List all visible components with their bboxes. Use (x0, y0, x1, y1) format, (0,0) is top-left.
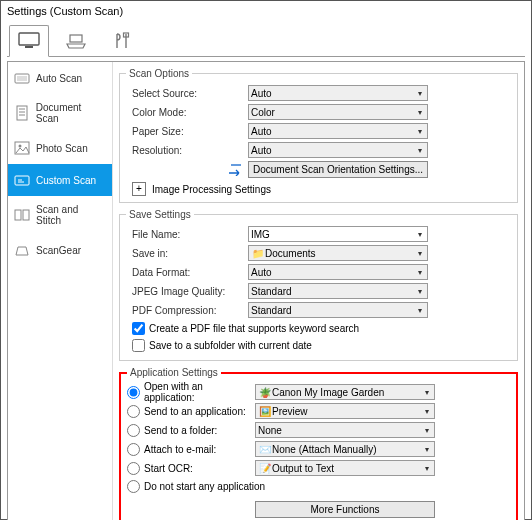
data-format-dropdown[interactable]: Auto▾ (248, 264, 428, 280)
orientation-icon (226, 162, 244, 176)
sidebar-item-label: ScanGear (36, 245, 81, 256)
radio-label: Attach to e-mail: (144, 444, 216, 455)
color-mode-value: Color (251, 107, 275, 118)
sidebar-item-photo-scan[interactable]: Photo Scan (8, 132, 112, 164)
paper-size-label: Paper Size: (126, 126, 248, 137)
app-icon: 🪴 (258, 387, 272, 398)
monitor-icon (17, 32, 41, 50)
file-name-field[interactable]: IMG▾ (248, 226, 428, 242)
send-to-application-radio[interactable] (127, 405, 140, 418)
sidebar-item-document-scan[interactable]: Document Scan (8, 94, 112, 132)
auto-scan-icon (14, 70, 30, 86)
paper-size-value: Auto (251, 126, 272, 137)
attach-to-email-dropdown[interactable]: ✉️None (Attach Manually)▾ (255, 441, 435, 457)
document-scan-icon (14, 105, 30, 121)
select-source-dropdown[interactable]: Auto▾ (248, 85, 428, 101)
mode-tab-scan-from-panel[interactable] (57, 26, 95, 56)
chevron-down-icon: ▾ (421, 385, 433, 399)
photo-scan-icon (14, 140, 30, 156)
chevron-down-icon: ▾ (414, 143, 426, 157)
stitch-icon (14, 207, 30, 223)
mail-icon: ✉️ (258, 444, 272, 455)
pdf-compression-value: Standard (251, 305, 292, 316)
open-with-application-dropdown[interactable]: 🪴Canon My Image Garden▾ (255, 384, 435, 400)
scanner-icon (64, 32, 88, 50)
resolution-label: Resolution: (126, 145, 248, 156)
file-name-value: IMG (251, 229, 270, 240)
jpeg-quality-value: Standard (251, 286, 292, 297)
image-processing-expander[interactable]: + Image Processing Settings (132, 182, 511, 196)
sidebar-item-label: Custom Scan (36, 175, 96, 186)
sidebar-item-custom-scan[interactable]: Custom Scan (8, 164, 112, 196)
checkbox-label: Create a PDF file that supports keyword … (149, 323, 359, 334)
chevron-down-icon: ▾ (414, 246, 426, 260)
color-mode-dropdown[interactable]: Color▾ (248, 104, 428, 120)
chevron-down-icon: ▾ (421, 461, 433, 475)
start-ocr-dropdown[interactable]: 📝Output to Text▾ (255, 460, 435, 476)
svg-rect-1 (25, 46, 33, 48)
chevron-down-icon: ▾ (421, 404, 433, 418)
mode-tab-scan-from-computer[interactable] (9, 25, 49, 57)
data-format-value: Auto (251, 267, 272, 278)
attach-to-email-radio[interactable] (127, 443, 140, 456)
sidebar-item-scan-and-stitch[interactable]: Scan and Stitch (8, 196, 112, 234)
send-to-folder-dropdown[interactable]: None▾ (255, 422, 435, 438)
chevron-down-icon: ▾ (414, 124, 426, 138)
more-functions-button[interactable]: More Functions (255, 501, 435, 518)
folder-icon: 📁 (251, 248, 265, 259)
send-to-folder-radio[interactable] (127, 424, 140, 437)
chevron-down-icon: ▾ (421, 423, 433, 437)
select-source-value: Auto (251, 88, 272, 99)
window-body: Auto Scan Document Scan Photo Scan Custo… (1, 21, 531, 520)
file-name-label: File Name: (126, 229, 248, 240)
attach-to-email-value: None (Attach Manually) (272, 444, 377, 455)
scan-options-group: Scan Options Select Source: Auto▾ Color … (119, 68, 518, 203)
sidebar-item-label: Scan and Stitch (36, 204, 106, 226)
chevron-down-icon: ▾ (414, 105, 426, 119)
svg-rect-5 (17, 76, 27, 81)
save-settings-group: Save Settings File Name: IMG▾ Save in: 📁… (119, 209, 518, 361)
checkbox-label: Save to a subfolder with current date (149, 340, 312, 351)
group-legend: Scan Options (126, 68, 192, 79)
radio-label: Start OCR: (144, 463, 193, 474)
save-in-dropdown[interactable]: 📁Documents▾ (248, 245, 428, 261)
radio-label: Send to an application: (144, 406, 246, 417)
chevron-down-icon: ▾ (414, 227, 426, 241)
subfolder-date-checkbox[interactable] (132, 339, 145, 352)
sidebar-item-label: Photo Scan (36, 143, 88, 154)
radio-label: Send to a folder: (144, 425, 217, 436)
select-source-label: Select Source: (126, 88, 248, 99)
svg-rect-13 (15, 210, 21, 220)
plus-icon: + (132, 182, 146, 196)
start-ocr-radio[interactable] (127, 462, 140, 475)
save-in-label: Save in: (126, 248, 248, 259)
main-panel: Scan Options Select Source: Auto▾ Color … (113, 62, 524, 520)
do-not-start-radio[interactable] (127, 480, 140, 493)
send-to-folder-value: None (258, 425, 282, 436)
jpeg-quality-dropdown[interactable]: Standard▾ (248, 283, 428, 299)
sidebar-item-auto-scan[interactable]: Auto Scan (8, 62, 112, 94)
radio-label: Open with an application: (144, 381, 255, 403)
pdf-compression-dropdown[interactable]: Standard▾ (248, 302, 428, 318)
expander-label: Image Processing Settings (152, 184, 271, 195)
svg-rect-14 (23, 210, 29, 220)
content-area: Auto Scan Document Scan Photo Scan Custo… (7, 61, 525, 520)
custom-scan-icon (14, 172, 30, 188)
pdf-keyword-search-checkbox[interactable] (132, 322, 145, 335)
application-settings-group: Application Settings Open with an applic… (119, 367, 518, 520)
mode-tab-general[interactable] (103, 26, 141, 56)
sidebar-item-scangear[interactable]: ScanGear (8, 234, 112, 266)
svg-rect-2 (70, 35, 82, 42)
start-ocr-value: Output to Text (272, 463, 334, 474)
paper-size-dropdown[interactable]: Auto▾ (248, 123, 428, 139)
send-to-application-value: Preview (272, 406, 308, 417)
resolution-dropdown[interactable]: Auto▾ (248, 142, 428, 158)
svg-rect-6 (17, 106, 27, 120)
open-with-application-radio[interactable] (127, 386, 140, 399)
text-icon: 📝 (258, 463, 272, 474)
resolution-value: Auto (251, 145, 272, 156)
save-in-value: Documents (265, 248, 316, 259)
send-to-application-dropdown[interactable]: 🖼️Preview▾ (255, 403, 435, 419)
orientation-settings-button[interactable]: Document Scan Orientation Settings... (248, 161, 428, 178)
mode-toolbar (7, 23, 525, 57)
